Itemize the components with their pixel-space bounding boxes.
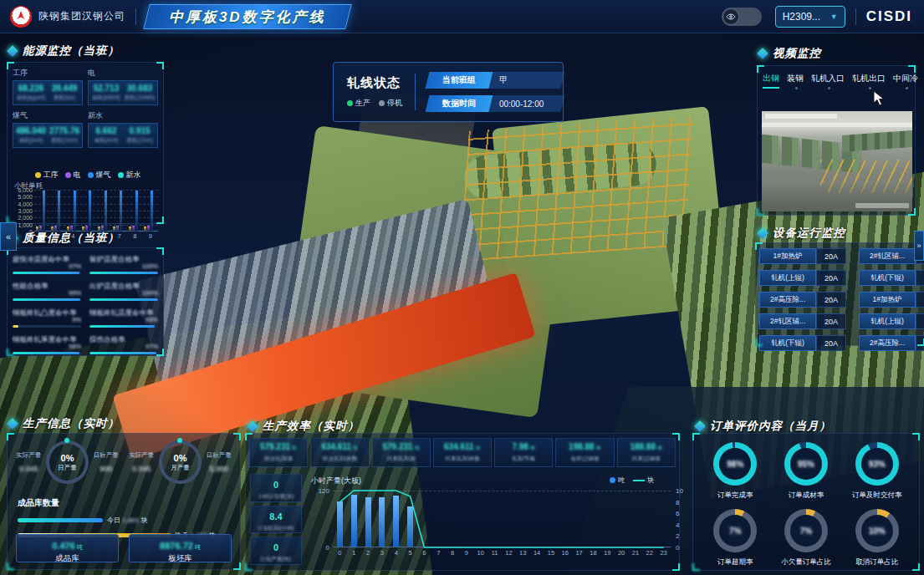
energy-metric: 52.713单耗(kWh/t) <box>90 84 122 102</box>
current-shift-value: 甲 <box>489 72 565 89</box>
legend-dot <box>610 477 615 483</box>
data-time-value: 00:00-12:00 <box>489 95 565 112</box>
corner-bracket <box>757 65 764 73</box>
x-tick-label: 9 <box>149 232 152 240</box>
equipment-item[interactable]: 2#轧区辅...20A <box>759 313 852 329</box>
camera-machines-2 <box>842 130 912 152</box>
equipment-name: 1#加热炉 <box>859 292 916 308</box>
day-actual: 实际产量 0.045 <box>11 451 46 473</box>
y-tick-label: 6,000 <box>18 187 33 193</box>
stock-title: 成品库数量 <box>18 497 59 509</box>
equipment-item[interactable]: 轧机(上辊)20A <box>859 313 924 329</box>
legend-item: 工序 <box>35 170 59 181</box>
x-tick-label: 0 <box>338 549 341 557</box>
bar-新水 <box>154 231 156 232</box>
panel-collapse-handle-left[interactable]: « <box>0 222 17 251</box>
y-tick-label: 4,000 <box>18 201 33 206</box>
legend-label: 煤气 <box>96 170 111 181</box>
stock-bar <box>18 518 103 522</box>
warehouse-button-成品库[interactable]: 0.476吨成品库 <box>16 534 119 562</box>
video-tab-轧机出口[interactable]: 轧机出口 <box>852 73 886 89</box>
x-tick-label: 20 <box>618 549 625 557</box>
video-tab-中间冷[interactable]: 中间冷 <box>893 73 918 89</box>
plan-value: 0 <box>251 480 301 490</box>
camera-feed[interactable] <box>762 111 912 211</box>
y-tick-right: 10 <box>676 487 683 495</box>
legend-label: 新水 <box>126 170 141 181</box>
warehouse-button-板坯库[interactable]: 8876.72吨板坯库 <box>129 534 232 562</box>
bar-工序 <box>129 226 131 232</box>
y-tick-label: 5,000 <box>18 194 33 200</box>
order-gauge: 93%订单及时交付率 <box>841 442 912 501</box>
current-shift-button[interactable]: 当前班组 <box>426 72 493 89</box>
energy-unit-label: 累耗(tce) <box>48 94 80 102</box>
equipment-item[interactable]: 2#高压除...20A <box>859 335 924 351</box>
equipment-item[interactable]: 1#加热炉20A <box>759 248 852 264</box>
x-tick-label: 19 <box>604 549 610 557</box>
efficiency-card: 7.98 米轧制节奏 <box>494 438 553 467</box>
equipment-item[interactable]: 2#高压除...20A <box>759 292 852 308</box>
diamond-icon <box>757 48 768 59</box>
bar-煤气 <box>151 191 153 232</box>
plan-label: 计划轧制(分钟) <box>251 525 301 532</box>
equipment-item[interactable]: 轧机(上辊)20A <box>759 270 852 286</box>
x-tick-label: 17 <box>575 549 582 557</box>
quality-item: 出炉温度合格率100% <box>89 282 158 301</box>
equipment-current-value: 20A <box>816 313 846 329</box>
camera-timestamp <box>765 114 837 119</box>
donut-label: 订单及时交付率 <box>841 491 912 501</box>
panel-collapse-handle-right[interactable]: » <box>914 231 924 261</box>
efficiency-label: 日累轧制量 <box>374 455 429 463</box>
video-tab-出钢[interactable]: 出钢 <box>763 73 779 89</box>
corner-bracket <box>755 338 763 346</box>
equipment-item[interactable]: 轧机(下辊)20A <box>859 270 924 286</box>
bar-groups: 23456789 <box>34 190 158 232</box>
company-logo-icon <box>10 6 32 28</box>
legend-dot <box>35 172 41 178</box>
hourly-chart-title: 小时产量(大板) <box>311 476 361 486</box>
donut-hole: 93% <box>861 448 893 480</box>
quality-label: 钢板终轧凸度命中率 <box>13 308 81 318</box>
quality-value: 9% <box>72 316 81 323</box>
diamond-icon <box>7 45 18 57</box>
legend-label: 生产 <box>355 98 370 109</box>
video-tab-轧机入口[interactable]: 轧机入口 <box>811 73 845 89</box>
efficiency-card: 188.88 米日累过钢量 <box>617 438 676 467</box>
quality-bar-track <box>13 298 81 301</box>
corner-bracket <box>233 562 241 570</box>
corner-bracket <box>7 433 14 440</box>
corner-bracket <box>233 433 241 440</box>
hour-line-series <box>333 491 671 547</box>
donut-value: 93% <box>869 460 886 469</box>
mouse-cursor <box>873 90 885 107</box>
video-tab-装钢[interactable]: 装钢 <box>787 73 804 89</box>
quality-bar-fill <box>89 272 158 274</box>
energy-value: 39.449 <box>48 84 80 93</box>
legend-label: 吨 <box>618 476 625 485</box>
efficiency-panel: 579.231 吨班次轧制量634.611 块班次轧制块数579.231 吨日累… <box>245 433 680 571</box>
equipment-item[interactable]: 轧机(下辊)20A <box>759 335 852 351</box>
efficiency-value: 634.611 块 <box>435 442 490 452</box>
legend-line <box>633 480 645 481</box>
donut-value: 10% <box>869 527 886 536</box>
legend-dot <box>88 172 94 178</box>
dashboard: 陕钢集团汉钢公司 中厚板3D数字化产线 H2309... ▼ CISDI 能源监… <box>0 0 924 575</box>
data-time-button[interactable]: 数据时间 <box>426 95 493 112</box>
company-name: 陕钢集团汉钢公司 <box>38 9 125 23</box>
efficiency-label: 班次轧制量 <box>251 455 306 463</box>
efficiency-value: 198.88 米 <box>557 442 612 452</box>
production-panel-header: 生产信息（实时） <box>8 416 120 431</box>
shift-row: 当前班组 甲 <box>426 72 565 89</box>
quality-value: 97% <box>69 262 81 270</box>
energy-metric: 30.683累耗(万kWh) <box>124 84 156 102</box>
corner-bracket <box>692 433 700 440</box>
energy-group: 工序68.226单耗(kgce/t)39.449累耗(tce) <box>13 68 83 105</box>
energy-value: 30.683 <box>124 84 156 93</box>
equipment-panel-title: 设备运行监控 <box>773 226 845 241</box>
bar-工序 <box>144 226 146 232</box>
visibility-toggle[interactable] <box>722 8 762 26</box>
equipment-panel-header: 设备运行监控 <box>758 226 845 241</box>
legend-label: 块 <box>647 476 654 485</box>
equipment-item[interactable]: 1#加热炉20A <box>859 292 924 308</box>
line-select-dropdown[interactable]: H2309... ▼ <box>775 6 845 28</box>
